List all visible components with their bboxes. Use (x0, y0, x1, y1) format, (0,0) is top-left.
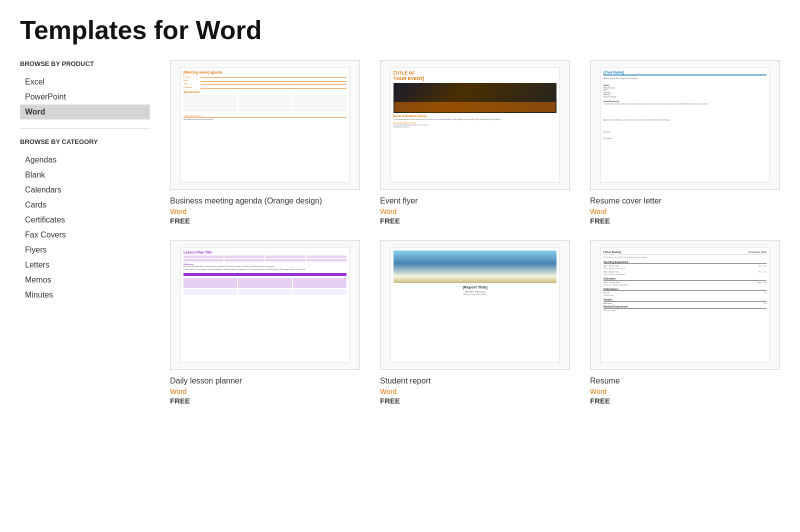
browse-by-product-label: BROWSE BY PRODUCT (20, 60, 150, 68)
template-price-cover: FREE (590, 216, 780, 225)
thumb-resume-inner: [Your Name] Curriculum Vitae [Email addr… (600, 247, 770, 363)
template-price-event: FREE (380, 216, 570, 225)
template-card-cover[interactable]: [Your Name] [Address, City, ST ZIP Code]… (590, 60, 780, 225)
template-thumb-lesson: Lesson Plan Title (170, 240, 360, 370)
template-card-agenda[interactable]: [Meeting name] agenda Location: Date: Ti… (170, 60, 360, 225)
sidebar-item-flyers[interactable]: Flyers (20, 242, 150, 258)
sidebar-item-letters[interactable]: Letters (20, 258, 150, 272)
sidebar-item-blank[interactable]: Blank (20, 168, 150, 182)
sidebar-item-cards[interactable]: Cards (20, 198, 150, 212)
templates-area: [Meeting name] agenda Location: Date: Ti… (170, 60, 780, 405)
thumb-report-inner: [Report Title] [REPORT SUBTITLE] [Name] … (390, 247, 560, 363)
template-price-report: FREE (380, 396, 570, 405)
template-name-event: Event flyer (380, 196, 570, 206)
template-thumb-event: [TITLE OFYOUR EVENT] [Event Subtitle/Des… (380, 60, 570, 190)
sidebar-item-calendars[interactable]: Calendars (20, 182, 150, 198)
sidebar-item-fax-covers[interactable]: Fax Covers (20, 228, 150, 242)
sidebar-divider (20, 128, 150, 129)
sidebar-item-powerpoint[interactable]: PowerPoint (20, 90, 150, 104)
template-product-report: Word (380, 388, 570, 396)
templates-grid: [Meeting name] agenda Location: Date: Ti… (170, 60, 780, 405)
template-card-resume[interactable]: [Your Name] Curriculum Vitae [Email addr… (590, 240, 780, 405)
template-thumb-resume: [Your Name] Curriculum Vitae [Email addr… (590, 240, 780, 370)
template-product-event: Word (380, 208, 570, 216)
sidebar-item-certificates[interactable]: Certificates (20, 212, 150, 228)
template-card-lesson[interactable]: Lesson Plan Title (170, 240, 360, 405)
template-product-resume: Word (590, 388, 780, 396)
sidebar-item-minutes[interactable]: Minutes (20, 288, 150, 302)
sidebar-item-word[interactable]: Word (20, 104, 150, 120)
template-name-resume: Resume (590, 376, 780, 386)
main-layout: BROWSE BY PRODUCT Excel PowerPoint Word … (20, 60, 780, 405)
template-product-cover: Word (590, 208, 780, 216)
report-image (394, 250, 556, 283)
page-title: Templates for Word (20, 15, 780, 45)
thumb-cover-inner: [Your Name] [Address, City, ST ZIP Code]… (600, 67, 770, 183)
thumb-lesson-inner: Lesson Plan Title (180, 247, 350, 363)
template-thumb-cover: [Your Name] [Address, City, ST ZIP Code]… (590, 60, 780, 190)
template-card-report[interactable]: [Report Title] [REPORT SUBTITLE] [Name] … (380, 240, 570, 405)
template-thumb-agenda: [Meeting name] agenda Location: Date: Ti… (170, 60, 360, 190)
template-name-agenda: Business meeting agenda (Orange design) (170, 196, 360, 206)
thumb-event-inner: [TITLE OFYOUR EVENT] [Event Subtitle/Des… (390, 67, 560, 183)
template-name-lesson: Daily lesson planner (170, 376, 360, 386)
template-name-cover: Resume cover letter (590, 196, 780, 206)
template-name-report: Student report (380, 376, 570, 386)
thumb-agenda-inner: [Meeting name] agenda Location: Date: Ti… (180, 67, 350, 183)
page-wrapper: Templates for Word BROWSE BY PRODUCT Exc… (0, 0, 800, 420)
template-product-agenda: Word (170, 208, 360, 216)
template-price-lesson: FREE (170, 396, 360, 405)
sidebar-item-excel[interactable]: Excel (20, 74, 150, 90)
browse-by-category-label: BROWSE BY CATEGORY (20, 138, 150, 146)
template-card-event[interactable]: [TITLE OFYOUR EVENT] [Event Subtitle/Des… (380, 60, 570, 225)
sidebar-item-memos[interactable]: Memos (20, 272, 150, 288)
template-price-agenda: FREE (170, 216, 360, 225)
sidebar: BROWSE BY PRODUCT Excel PowerPoint Word … (20, 60, 150, 405)
template-product-lesson: Word (170, 388, 360, 396)
event-image (394, 83, 556, 113)
template-price-resume: FREE (590, 396, 780, 405)
template-thumb-report: [Report Title] [REPORT SUBTITLE] [Name] … (380, 240, 570, 370)
sidebar-item-agendas[interactable]: Agendas (20, 152, 150, 168)
